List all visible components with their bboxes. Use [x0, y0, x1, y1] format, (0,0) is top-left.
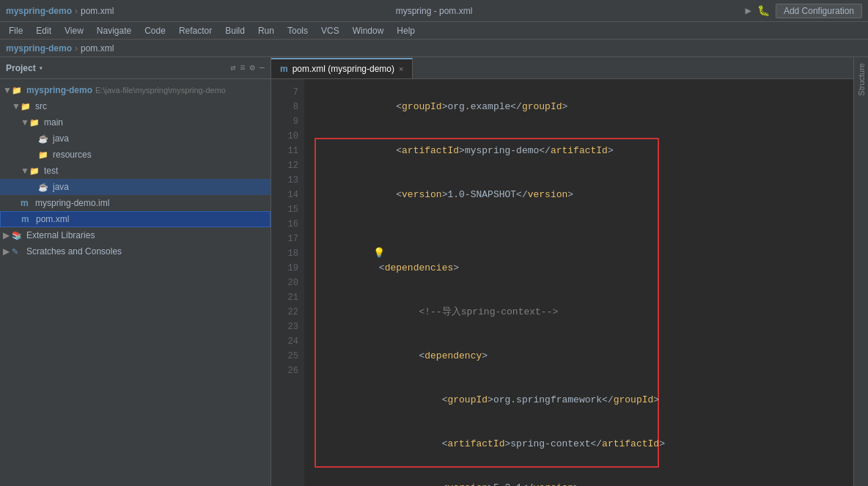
project-tree: ▼ 📁 myspring-demo E:\java-file\myspring\…	[0, 79, 271, 486]
tab-label: pom.xml (myspring-demo)	[293, 64, 394, 74]
tab-icon: m	[280, 64, 288, 74]
project-panel: Project ▾ ⇄ ≡ ⚙ — ▼ 📁 myspring-demo E:\j…	[0, 57, 271, 486]
tree-item-main[interactable]: ▼ 📁 main	[0, 114, 271, 130]
code-line-13: <dependency>	[316, 334, 842, 378]
main-layout: Project ▾ ⇄ ≡ ⚙ — ▼ 📁 myspring-demo E:\j…	[0, 57, 868, 486]
debug-icon: 🐛	[757, 4, 770, 17]
close-panel-icon[interactable]: —	[260, 63, 265, 73]
structure-panel: Structure	[853, 57, 868, 486]
code-line-12: <!--导入spring-context-->	[316, 290, 842, 334]
code-line-10	[316, 217, 842, 232]
menu-vcs[interactable]: VCS	[315, 24, 345, 37]
breadcrumb: myspring-demo › pom.xml	[0, 40, 868, 57]
menu-run[interactable]: Run	[252, 24, 280, 37]
menu-build[interactable]: Build	[219, 24, 251, 37]
project-dropdown-arrow[interactable]: ▾	[39, 64, 43, 73]
code-line-11: 💡 <dependencies>	[316, 232, 842, 290]
tab-close-icon[interactable]: ×	[399, 65, 403, 73]
menu-code[interactable]: Code	[139, 24, 172, 37]
breadcrumb-filename[interactable]: pom.xml	[81, 43, 114, 54]
menu-refactor[interactable]: Refactor	[173, 24, 218, 37]
code-line-15: <artifactId>spring-context</artifactId>	[316, 422, 842, 466]
run-icon: ▶	[745, 4, 751, 17]
bulb-icon[interactable]: 💡	[373, 248, 385, 259]
breadcrumb-separator: ›	[75, 43, 78, 54]
code-line-14: <groupId>org.springframework</groupId>	[316, 378, 842, 422]
tree-item-java-test[interactable]: ☕ java	[0, 179, 271, 195]
project-panel-header: Project ▾ ⇄ ≡ ⚙ —	[0, 57, 271, 79]
menu-window[interactable]: Window	[347, 24, 390, 37]
menu-tools[interactable]: Tools	[282, 24, 314, 37]
code-editor: 7 8 9 10 11 12 13 14 15 16 17 18 19 20 2…	[271, 79, 853, 486]
line-numbers: 7 8 9 10 11 12 13 14 15 16 17 18 19 20 2…	[271, 79, 304, 486]
tree-item-src[interactable]: ▼ 📁 src	[0, 98, 271, 114]
title-filename: pom.xml	[81, 6, 114, 16]
title-separator: ›	[75, 6, 78, 16]
title-bar-right: ▶ 🐛 Add Configuration	[745, 4, 862, 18]
menu-navigate[interactable]: Navigate	[91, 24, 137, 37]
project-toolbar: ⇄ ≡ ⚙ —	[230, 62, 265, 73]
title-bar: myspring-demo › pom.xml myspring - pom.x…	[0, 0, 868, 22]
tree-item-resources[interactable]: 📁 resources	[0, 147, 271, 163]
menu-edit[interactable]: Edit	[30, 24, 57, 37]
code-line-16: <version>5.3.1</version>	[316, 466, 842, 486]
breadcrumb-project-name[interactable]: myspring-demo	[6, 43, 72, 54]
tree-item-java-main[interactable]: ☕ java	[0, 130, 271, 147]
tree-item-test[interactable]: ▼ 📁 test	[0, 163, 271, 179]
sync-icon[interactable]: ⇄	[230, 62, 235, 73]
code-line-9: <version>1.0-SNAPSHOT</version>	[316, 173, 842, 217]
menu-bar: File Edit View Navigate Code Refactor Bu…	[0, 22, 868, 40]
menu-file[interactable]: File	[3, 24, 29, 37]
editor-tab-pom-xml[interactable]: m pom.xml (myspring-demo) ×	[271, 58, 413, 78]
collapse-all-icon[interactable]: ≡	[240, 63, 245, 73]
app-name: myspring-demo	[6, 6, 72, 16]
menu-help[interactable]: Help	[391, 24, 421, 37]
code-line-7: <groupId>org.example</groupId>	[316, 85, 842, 129]
title-center: myspring - pom.xml	[396, 6, 473, 16]
code-content[interactable]: <groupId>org.example</groupId> <artifact…	[304, 79, 853, 486]
settings-icon[interactable]: ⚙	[250, 62, 255, 73]
menu-view[interactable]: View	[59, 24, 89, 37]
code-line-8: <artifactId>myspring-demo</artifactId>	[316, 129, 842, 173]
project-panel-title: Project	[6, 63, 36, 73]
tree-item-iml[interactable]: m myspring-demo.iml	[0, 195, 271, 211]
editor-area: m pom.xml (myspring-demo) × 7 8 9 10 11 …	[271, 57, 853, 486]
add-configuration-button[interactable]: Add Configuration	[776, 4, 862, 18]
structure-label[interactable]: Structure	[857, 63, 866, 96]
tree-item-pom-xml[interactable]: m pom.xml	[0, 211, 271, 227]
editor-tabs: m pom.xml (myspring-demo) ×	[271, 57, 853, 79]
tree-item-myspring-demo[interactable]: ▼ 📁 myspring-demo E:\java-file\myspring\…	[0, 82, 271, 98]
tree-item-external-libraries[interactable]: ▶ 📚 External Libraries	[0, 227, 271, 243]
tree-item-scratches[interactable]: ▶ ✎ Scratches and Consoles	[0, 243, 271, 259]
